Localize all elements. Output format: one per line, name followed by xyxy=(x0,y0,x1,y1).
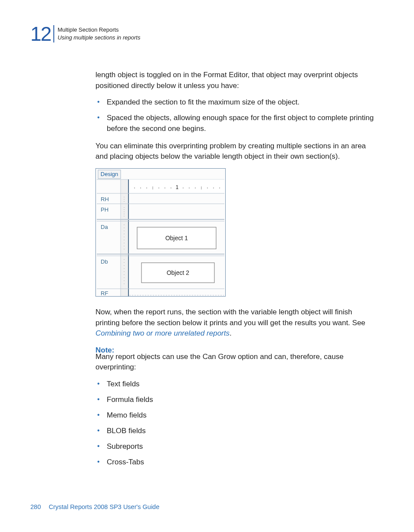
para3-suffix: . xyxy=(230,329,232,337)
svg-rect-20 xyxy=(121,180,128,296)
list-item: Memo fields xyxy=(95,410,377,421)
list-item: BLOB fields xyxy=(95,426,377,436)
section-rh-label: RH xyxy=(101,196,109,202)
bullet-list-a: Expanded the section to fit the maximum … xyxy=(95,97,377,134)
ruler-mark: 1 xyxy=(176,184,179,190)
object-2-label: Object 2 xyxy=(167,269,189,276)
page-header: 12 Multiple Section Reports Using multip… xyxy=(30,24,377,44)
chapter-number: 12 xyxy=(30,24,53,44)
page-footer: 280 Crystal Reports 2008 SP3 User's Guid… xyxy=(30,503,159,510)
chapter-title: Multiple Section Reports xyxy=(58,26,141,34)
object-1-label: Object 1 xyxy=(165,235,188,242)
design-tab-label: Design xyxy=(101,171,118,177)
page-number: 280 xyxy=(30,503,41,510)
section-da-label: Da xyxy=(101,224,108,230)
para3-prefix: Now, when the report runs, the section w… xyxy=(95,308,365,327)
paragraph-2: You can eliminate this overprinting prob… xyxy=(95,141,377,162)
section-ph-label: PH xyxy=(101,206,108,213)
note-paragraph: Many report objects can use the Can Grow… xyxy=(95,352,377,373)
list-item: Cross-Tabs xyxy=(95,457,377,467)
paragraph-3: Now, when the report runs, the section w… xyxy=(95,307,377,339)
chapter-subtitle: Using multiple sections in reports xyxy=(58,34,141,42)
combining-reports-link[interactable]: Combining two or more unrelated reports xyxy=(95,329,230,337)
section-rf-label: RF xyxy=(101,290,108,297)
header-text: Multiple Section Reports Using multiple … xyxy=(58,26,141,41)
list-item: Subreports xyxy=(95,441,377,452)
list-item: Formula fields xyxy=(95,395,377,405)
list-item: Expanded the section to fit the maximum … xyxy=(95,97,377,108)
list-item: Spaced the objects, allowing enough spac… xyxy=(95,113,377,134)
bullet-list-b: Text fields Formula fields Memo fields B… xyxy=(95,379,377,468)
section-db-label: Db xyxy=(101,258,108,265)
design-diagram: Design xyxy=(95,168,377,297)
intro-paragraph: length object is toggled on in the Forma… xyxy=(95,70,377,91)
book-title: Crystal Reports 2008 SP3 User's Guide xyxy=(49,503,159,510)
list-item: Text fields xyxy=(95,379,377,389)
header-divider xyxy=(53,25,54,42)
